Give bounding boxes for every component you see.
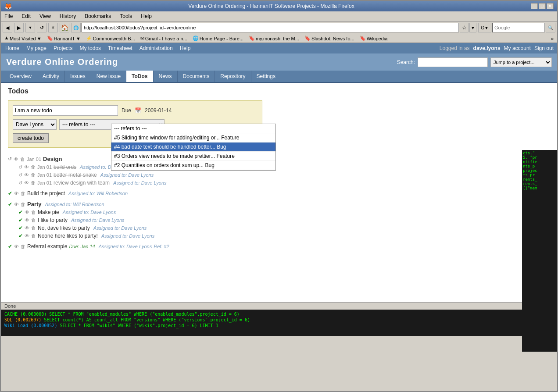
trash-icon-ref[interactable]: 🗑 — [21, 244, 25, 249]
bookmark-homepage[interactable]: 🌐 Home Page - Bure... — [191, 35, 245, 42]
address-input[interactable] — [82, 23, 459, 32]
title-bar: 🦊 Verdure Online Ordering - HannanIT Sof… — [1, 1, 557, 11]
menu-history[interactable]: History — [58, 12, 78, 20]
check-icon-party: ✔ — [8, 201, 12, 207]
nav-timesheet[interactable]: Timesheet — [107, 44, 133, 52]
recur-icon-1[interactable]: ↺ — [18, 164, 22, 170]
debug-cache-text: CACHE (0.000000) — [4, 312, 46, 317]
todo-form-row1: Due 📅 2009-01-14 — [13, 105, 258, 116]
trash-icon-noone[interactable]: 🗑 — [31, 233, 36, 239]
menu-bookmarks[interactable]: Bookmarks — [83, 12, 113, 20]
bookmark-gmail-icon: ✉ — [140, 36, 144, 41]
menu-edit[interactable]: Edit — [20, 12, 32, 20]
back-button[interactable]: ◀ — [3, 23, 12, 32]
check-icon-pie: ✔ — [18, 209, 23, 215]
dropdown-item-2[interactable]: #4 bad date text should be handled bette… — [111, 143, 275, 152]
nav-settings[interactable]: Settings — [251, 71, 281, 82]
todo-form: Due 📅 2009-01-14 Dave Lyons --- refers t… — [8, 100, 262, 148]
browser-search-input[interactable] — [492, 23, 545, 32]
calendar-icon: 📅 — [135, 107, 141, 114]
nav-administration[interactable]: Administration — [139, 44, 174, 52]
history-dropdown[interactable]: ▼ — [25, 23, 35, 32]
menu-help[interactable]: Help — [139, 12, 154, 20]
review-design-date: Jan 01 — [37, 180, 52, 185]
stop-button[interactable]: ✕ — [48, 23, 58, 32]
nav-todos[interactable]: ToDos — [126, 71, 153, 82]
nav-new-issue[interactable]: New issue — [91, 71, 126, 82]
watch-icon-pie: 👁 — [25, 210, 29, 215]
project-search-input[interactable] — [418, 57, 488, 67]
trash-icon-1[interactable]: 🗑 — [31, 164, 36, 170]
todo-item-noone: ✔ 👁 🗑 Noone here likes to party! Assigne… — [8, 232, 550, 240]
search-engine-btn[interactable]: G▼ — [478, 23, 491, 32]
nav-overview[interactable]: Overview — [4, 71, 37, 82]
trash-icon-party[interactable]: 🗑 — [21, 202, 25, 207]
dropdown-item-3[interactable]: #3 Orders view needs to be made prettier… — [111, 152, 275, 161]
address-bar-container: 🌐 ☆ ▼ — [71, 23, 476, 32]
nav-my-todos[interactable]: My todos — [79, 44, 102, 52]
trash-icon-design[interactable]: 🗑 — [20, 157, 25, 162]
address-dropdown[interactable]: ▼ — [469, 23, 476, 32]
trash-icon-pie[interactable]: 🗑 — [31, 210, 36, 215]
sign-out-link[interactable]: Sign out — [534, 45, 554, 51]
logged-in-label: Logged in as — [440, 45, 470, 51]
nav-my-page[interactable]: My page — [25, 44, 47, 52]
watch-icon-2: 👁 — [24, 172, 29, 178]
trash-icon-dave[interactable]: 🗑 — [31, 225, 36, 231]
bookmark-hannanit[interactable]: 🔖 HannanIT ▼ — [45, 35, 82, 42]
bookmark-star[interactable]: ☆ — [460, 23, 469, 32]
maximize-button[interactable]: □ — [539, 3, 546, 9]
nav-help[interactable]: Help — [179, 44, 192, 52]
bookmark-wikipedia[interactable]: 🔖 Wikipedia — [358, 35, 390, 42]
nav-projects[interactable]: Projects — [53, 44, 73, 52]
nav-activity[interactable]: Activity — [37, 71, 65, 82]
bookmark-gmail[interactable]: ✉ Gmail - I have a n... — [139, 35, 189, 42]
create-todo-button[interactable]: create todo — [13, 133, 49, 143]
trash-icon-2[interactable]: 🗑 — [31, 172, 36, 178]
search-submit-button[interactable]: 🔍 — [546, 23, 555, 32]
reload-button[interactable]: ↺ — [37, 23, 46, 32]
bookmarks-bar: ★ Most Visited ▼ 🔖 HannanIT ▼ ⚡ Commonwe… — [1, 34, 557, 43]
forward-button[interactable]: ▶ — [14, 23, 24, 32]
bookmark-most-visited[interactable]: ★ Most Visited ▼ — [3, 35, 43, 42]
recur-icon-3[interactable]: ↺ — [18, 180, 22, 186]
build-project-text: Build the project — [27, 190, 65, 196]
bookmark-home-icon: 🌐 — [193, 36, 199, 41]
todo-text-input[interactable] — [13, 105, 118, 116]
nav-home[interactable]: Home — [4, 44, 20, 52]
address-icon: 🌐 — [71, 23, 81, 32]
bookmark-slashdot-icon: 🔖 — [304, 36, 311, 41]
metal-snake-date: Jan 01 — [37, 172, 52, 178]
menu-file[interactable]: File — [3, 12, 14, 20]
my-account-link[interactable]: My account — [504, 45, 531, 51]
menu-tools[interactable]: Tools — [118, 12, 134, 20]
trash-icon-3[interactable]: 🗑 — [31, 180, 36, 185]
minimize-button[interactable]: _ — [531, 3, 538, 9]
dropdown-item-0[interactable]: --- refers to --- — [111, 124, 275, 133]
todo-item-make-pie: ✔ 👁 🗑 Make pie Assigned to: Dave Lyons — [8, 208, 550, 216]
nav-repository[interactable]: Repository — [215, 71, 251, 82]
home-button[interactable]: 🏠 — [60, 23, 69, 32]
debug-line-2: SQL (0.002697) SELECT count(*) AS count_… — [4, 317, 554, 322]
recur-icon-2[interactable]: ↺ — [18, 172, 22, 178]
bookmark-commonwealth[interactable]: ⚡ Commonwealth B... — [84, 35, 137, 42]
nav-documents[interactable]: Documents — [178, 71, 215, 82]
recur-icon-design[interactable]: ↺ — [8, 156, 12, 162]
nav-issues[interactable]: Issues — [65, 71, 91, 82]
close-button[interactable]: ✕ — [547, 3, 554, 9]
dropdown-item-4[interactable]: #2 Quantities on orders dont sum up... B… — [111, 161, 275, 170]
referral-ref: Ref: #2 — [154, 244, 169, 249]
trash-icon-like[interactable]: 🗑 — [31, 217, 36, 223]
bookmark-slashdot[interactable]: 🔖 Slashdot: News fo... — [303, 35, 356, 42]
trash-icon-build[interactable]: 🗑 — [21, 191, 25, 196]
bookmark-lightning-icon: ⚡ — [86, 36, 92, 41]
jump-to-project-select[interactable]: Jump to a project... — [490, 57, 552, 67]
nav-news[interactable]: News — [154, 71, 178, 82]
dropdown-item-1[interactable]: #5 Sliding time window for adding/editin… — [111, 133, 275, 143]
make-pie-assigned: Assigned to: Dave Lyons — [63, 210, 116, 215]
bookmark-mymonash[interactable]: 🔖 my.monash, the M... — [247, 35, 301, 42]
more-bookmarks-btn[interactable]: » — [549, 36, 555, 42]
assignee-select[interactable]: Dave Lyons — [13, 119, 57, 130]
menu-view[interactable]: View — [38, 12, 53, 20]
username-link[interactable]: dave.lyons — [473, 45, 501, 51]
